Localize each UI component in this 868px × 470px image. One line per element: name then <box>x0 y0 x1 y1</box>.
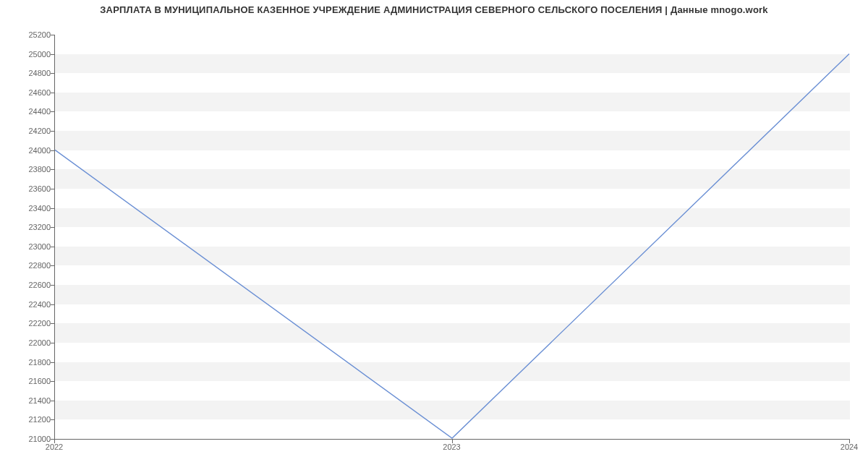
y-tick-label: 23800 <box>7 165 51 174</box>
x-tick-label: 2024 <box>841 443 858 451</box>
y-tick <box>51 189 54 189</box>
y-tick <box>51 285 54 286</box>
chart-title: ЗАРПЛАТА В МУНИЦИПАЛЬНОЕ КАЗЕННОЕ УЧРЕЖД… <box>0 4 868 15</box>
y-tick-label: 22600 <box>7 281 51 289</box>
data-line <box>55 54 849 438</box>
y-tick-label: 24800 <box>7 69 51 77</box>
y-tick-label: 24400 <box>7 107 51 116</box>
y-tick <box>51 54 54 55</box>
y-tick <box>51 343 54 343</box>
y-tick-label: 25000 <box>7 50 51 59</box>
y-tick <box>51 304 54 305</box>
y-tick <box>51 227 54 228</box>
y-tick-label: 22000 <box>7 338 51 347</box>
y-tick-label: 21800 <box>7 358 51 367</box>
y-tick <box>51 381 54 382</box>
y-tick <box>51 208 54 209</box>
y-tick <box>51 419 54 420</box>
y-tick <box>51 73 54 74</box>
y-tick <box>51 362 54 363</box>
y-tick-label: 25200 <box>7 30 51 39</box>
y-tick-label: 24000 <box>7 146 51 155</box>
y-tick-label: 22400 <box>7 300 51 309</box>
y-tick <box>51 247 54 247</box>
y-tick <box>51 131 54 132</box>
y-tick-label: 21200 <box>7 415 51 424</box>
y-tick-label: 22200 <box>7 319 51 328</box>
y-tick-label: 23000 <box>7 242 51 251</box>
y-tick <box>51 35 54 35</box>
y-tick-label: 21400 <box>7 396 51 405</box>
x-tick-label: 2023 <box>443 443 460 451</box>
y-tick <box>51 265 54 266</box>
y-tick-label: 21600 <box>7 377 51 385</box>
y-tick-label: 24600 <box>7 88 51 97</box>
y-tick-label: 23400 <box>7 204 51 213</box>
y-tick <box>51 93 54 93</box>
x-tick-label: 2022 <box>46 443 63 451</box>
series-line <box>55 35 850 439</box>
y-tick <box>51 169 54 170</box>
y-tick <box>51 150 54 151</box>
y-tick-label: 23600 <box>7 184 51 193</box>
y-tick-label: 23200 <box>7 223 51 231</box>
y-tick-label: 21000 <box>7 435 51 443</box>
plot-area <box>54 35 850 440</box>
y-tick <box>51 111 54 112</box>
y-tick-label: 22800 <box>7 261 51 270</box>
chart-container: ЗАРПЛАТА В МУНИЦИПАЛЬНОЕ КАЗЕННОЕ УЧРЕЖД… <box>0 0 868 470</box>
y-tick <box>51 401 54 401</box>
y-tick <box>51 323 54 324</box>
y-tick-label: 24200 <box>7 127 51 135</box>
